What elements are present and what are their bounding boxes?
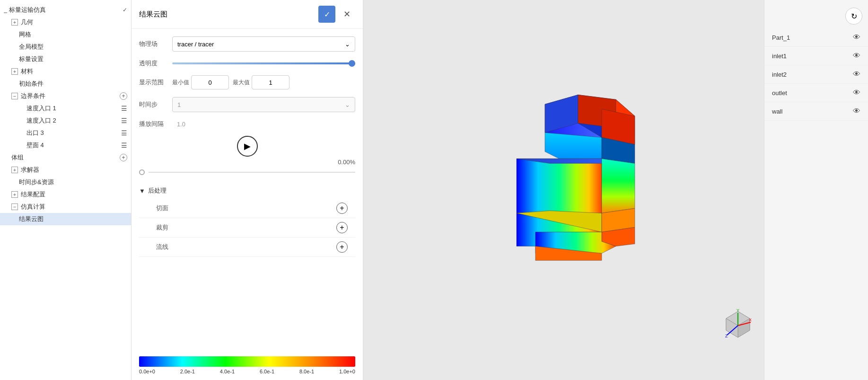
play-button[interactable]: ▶	[237, 136, 258, 157]
add-cut-button[interactable]: +	[336, 203, 348, 214]
visibility-item-outlet: outlet 👁	[764, 84, 868, 102]
timestep-row: 时间步 1 ⌄	[139, 97, 355, 112]
interval-label: 播放间隔	[139, 120, 172, 128]
physics-value: tracer / tracer	[177, 41, 214, 48]
check-icon: ✓	[123, 7, 127, 13]
colorbar	[139, 356, 355, 367]
sidebar-item-boundary[interactable]: − 边界条件 +	[0, 90, 131, 102]
part1-label: Part_1	[772, 34, 853, 41]
sidebar-item-geometry[interactable]: + 几何	[0, 16, 131, 28]
transparency-label: 透明度	[139, 59, 172, 68]
transparency-row: 透明度	[139, 59, 355, 68]
dialog-title: 结果云图	[139, 10, 316, 19]
sidebar-item-solver[interactable]: + 求解器	[0, 164, 131, 176]
menu-icon-2[interactable]: ☰	[121, 117, 127, 124]
timestep-select-box[interactable]: 1 ⌄	[172, 97, 355, 112]
confirm-button[interactable]: ✓	[318, 6, 335, 23]
cb-label-2: 4.0e-1	[220, 369, 235, 374]
viewport: X Y Z	[363, 0, 764, 380]
interval-row: 播放间隔 1.0	[139, 120, 355, 128]
slider-thumb[interactable]	[349, 60, 355, 67]
sidebar-item-global-model[interactable]: 全局模型	[0, 41, 131, 53]
range-group: 最小值 最大值	[172, 75, 355, 89]
svg-marker-9	[517, 159, 602, 213]
eye-icon-outlet[interactable]: 👁	[853, 88, 860, 97]
model-svg	[465, 85, 663, 274]
interval-value-display: 1.0	[172, 121, 355, 128]
physics-label: 物理场	[139, 40, 172, 48]
sidebar-item-results-config[interactable]: + 结果配置	[0, 188, 131, 201]
collapse-arrow-icon: ▼	[139, 187, 145, 194]
cut-label: 切面	[147, 204, 336, 212]
physics-select[interactable]: tracer / tracer ⌄	[172, 36, 355, 52]
progress-row: 0.00%	[139, 159, 355, 166]
progress-track	[149, 172, 355, 173]
timestep-value: 1	[177, 101, 181, 108]
outlet-label: outlet	[772, 89, 853, 97]
colorbar-labels: 0.0e+0 2.0e-1 4.0e-1 6.0e-1 8.0e-1 1.0e+…	[139, 369, 355, 374]
visibility-item-inlet2: inlet2 👁	[764, 65, 868, 84]
max-input[interactable]	[252, 75, 289, 89]
menu-icon-1[interactable]: ☰	[121, 105, 127, 112]
svg-text:X: X	[749, 318, 752, 322]
sidebar-item-timestep[interactable]: 时间步&资源	[0, 176, 131, 188]
left-sidebar: ⎯ 标量运输仿真 ✓ + 几何 网格 全局模型 标量设置 + 材料 初始条件 −…	[0, 0, 132, 380]
add-boundary-icon[interactable]: +	[120, 92, 127, 100]
visibility-item-part1: Part_1 👁	[764, 28, 868, 47]
plus-box-icon4: +	[11, 191, 18, 198]
menu-icon-4[interactable]: ☰	[121, 141, 127, 149]
progress-dot	[139, 169, 145, 175]
streamline-label: 流线	[147, 243, 336, 251]
cb-label-5: 1.0e+0	[339, 369, 355, 374]
chevron-down-icon: ⌄	[345, 41, 350, 48]
axis-widget: X Y Z	[721, 309, 754, 342]
cb-label-3: 6.0e-1	[260, 369, 274, 374]
streamline-item: 流线 +	[139, 238, 355, 257]
sidebar-item-body-group[interactable]: 体组 +	[0, 151, 131, 164]
add-streamline-button[interactable]: +	[336, 241, 348, 253]
add-body-icon[interactable]: +	[120, 154, 127, 161]
timestep-select-wrapper[interactable]: 1 ⌄	[172, 97, 355, 112]
sidebar-item-result-contour[interactable]: 结果云图	[0, 213, 131, 225]
sidebar-item-scalar-settings[interactable]: 标量设置	[0, 53, 131, 65]
close-button[interactable]: ✕	[338, 6, 355, 23]
svg-text:Z: Z	[725, 334, 728, 338]
physics-row: 物理场 tracer / tracer ⌄	[139, 36, 355, 52]
eye-icon-inlet1[interactable]: 👁	[853, 52, 860, 60]
eye-icon-inlet2[interactable]: 👁	[853, 70, 860, 79]
sidebar-item-simulation-calc[interactable]: − 仿真计算	[0, 201, 131, 213]
cb-label-4: 8.0e-1	[299, 369, 314, 374]
sidebar-item-outlet-3[interactable]: 出口 3 ☰	[0, 127, 131, 139]
sidebar-item-material[interactable]: + 材料	[0, 65, 131, 78]
sidebar-item-root[interactable]: ⎯ 标量运输仿真 ✓	[0, 4, 131, 16]
transparency-slider[interactable]	[172, 62, 355, 64]
timestep-chevron-icon: ⌄	[345, 101, 350, 108]
progress-value: 0.00%	[338, 159, 355, 166]
cb-label-1: 2.0e-1	[180, 369, 195, 374]
add-clip-button[interactable]: +	[336, 222, 348, 233]
minus-box-icon: −	[11, 93, 18, 99]
post-section: ▼ 后处理 切面 + 裁剪 + 流线 +	[139, 183, 355, 257]
sidebar-item-wall-4[interactable]: 壁面 4 ☰	[0, 139, 131, 151]
sidebar-item-velocity-inlet-2[interactable]: 速度入口 2 ☰	[0, 115, 131, 127]
right-panel: ↻ Part_1 👁 inlet1 👁 inlet2 👁 outlet 👁 wa…	[764, 0, 868, 380]
dialog-header: 结果云图 ✓ ✕	[132, 0, 363, 29]
clip-item: 裁剪 +	[139, 218, 355, 238]
visibility-item-inlet1: inlet1 👁	[764, 47, 868, 65]
min-input[interactable]	[191, 75, 229, 89]
post-header[interactable]: ▼ 后处理	[139, 183, 355, 199]
eye-icon-part1[interactable]: 👁	[853, 33, 860, 42]
sidebar-item-initial[interactable]: 初始条件	[0, 78, 131, 90]
reset-view-button[interactable]: ↻	[845, 8, 862, 25]
display-range-row: 显示范围 最小值 最大值	[139, 75, 355, 89]
physics-select-box[interactable]: tracer / tracer ⌄	[172, 36, 355, 52]
post-section-label: 后处理	[148, 186, 167, 195]
menu-icon-3[interactable]: ☰	[121, 129, 127, 137]
inlet1-label: inlet1	[772, 53, 853, 60]
sidebar-item-velocity-inlet-1[interactable]: 速度入口 1 ☰	[0, 102, 131, 115]
range-label: 显示范围	[139, 78, 172, 87]
eye-icon-wall[interactable]: 👁	[853, 107, 860, 115]
play-row: ▶	[139, 136, 355, 157]
sidebar-item-mesh[interactable]: 网格	[0, 28, 131, 41]
minus-box-icon2: −	[11, 203, 18, 210]
